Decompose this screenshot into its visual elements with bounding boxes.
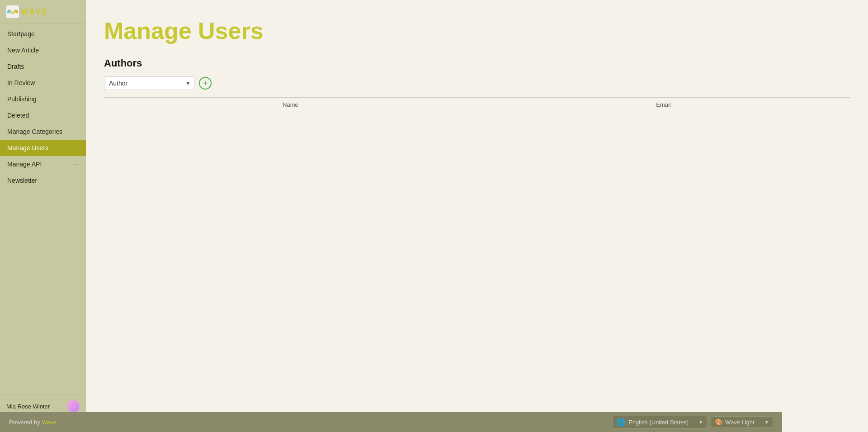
sidebar-nav: Startpage New Article Drafts In Review P… xyxy=(0,24,86,394)
logo-text: WAVE xyxy=(21,7,48,17)
theme-select[interactable]: Wave Light Wave Dark xyxy=(725,419,762,426)
manage-api-dots: ··· xyxy=(73,161,79,167)
sidebar-item-manage-users[interactable]: Manage Users xyxy=(0,140,86,156)
sidebar-item-new-article[interactable]: New Article xyxy=(0,42,86,58)
sidebar-logo: WAVE xyxy=(0,0,86,24)
authors-section-title: Authors xyxy=(104,57,850,69)
page-title: Manage Users xyxy=(104,18,850,44)
theme-dropdown-icon: ▼ xyxy=(764,420,769,425)
sidebar-item-manage-api[interactable]: Manage API ··· xyxy=(0,156,86,172)
wave-link[interactable]: Wave xyxy=(42,419,57,426)
theme-selector[interactable]: 🎨 Wave Light Wave Dark ▼ xyxy=(711,416,773,428)
svg-point-1 xyxy=(7,10,10,14)
powered-by: Powered by Wave xyxy=(9,419,57,426)
sidebar-item-drafts[interactable]: Drafts xyxy=(0,58,86,75)
sidebar-item-in-review[interactable]: In Review xyxy=(0,75,86,91)
authors-table: Name Email xyxy=(104,97,850,140)
svg-point-2 xyxy=(15,10,18,14)
author-select[interactable]: Author Editor Admin xyxy=(104,76,194,90)
column-header-email: Email xyxy=(477,101,850,108)
user-name: Mia Rose Winter xyxy=(6,403,50,410)
user-row: Mia Rose Winter xyxy=(6,400,80,413)
language-dropdown-icon: ▼ xyxy=(698,420,703,425)
author-select-wrapper: Author Editor Admin ▼ xyxy=(104,76,194,90)
sidebar: WAVE Startpage New Article Drafts In Rev… xyxy=(0,0,86,432)
sidebar-item-publishing[interactable]: Publishing xyxy=(0,91,86,107)
sidebar-item-deleted[interactable]: Deleted xyxy=(0,107,86,123)
column-header-name: Name xyxy=(104,101,477,108)
add-author-button[interactable]: + xyxy=(199,77,212,90)
theme-icon: 🎨 xyxy=(715,418,722,426)
sidebar-item-newsletter[interactable]: Newsletter xyxy=(0,172,86,189)
table-body xyxy=(104,112,850,139)
avatar-image xyxy=(67,400,80,413)
table-header: Name Email xyxy=(104,98,850,112)
language-select[interactable]: English (United States) xyxy=(628,419,696,426)
bottom-bar: Powered by Wave 🌐 English (United States… xyxy=(0,412,782,432)
wave-logo-icon xyxy=(6,5,19,18)
avatar xyxy=(67,400,80,413)
main-content: Manage Users Authors Author Editor Admin… xyxy=(86,0,868,432)
sidebar-item-manage-categories[interactable]: Manage Categories xyxy=(0,123,86,140)
author-controls: Author Editor Admin ▼ + xyxy=(104,76,850,90)
globe-icon: 🌐 xyxy=(617,418,626,427)
sidebar-item-startpage[interactable]: Startpage xyxy=(0,26,86,42)
language-selector[interactable]: 🌐 English (United States) ▼ xyxy=(613,416,707,429)
bottom-right-controls: 🌐 English (United States) ▼ 🎨 Wave Light… xyxy=(613,416,773,429)
